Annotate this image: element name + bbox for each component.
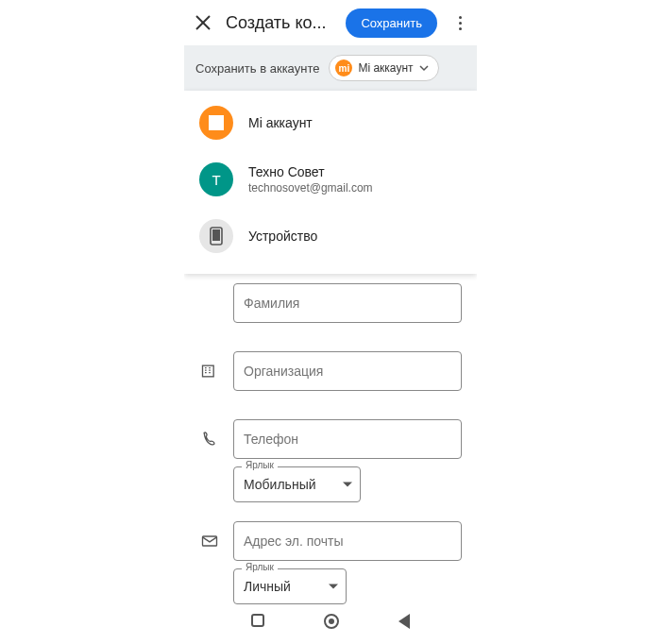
organization-icon: [199, 362, 220, 381]
dropdown-item-label: Техно Совет: [248, 164, 373, 179]
account-dropdown: Mi аккаунт T Техно Совет technosovet@gma…: [184, 91, 477, 274]
nav-home-icon[interactable]: [324, 614, 339, 629]
dropdown-item-device[interactable]: Устройство: [184, 208, 477, 264]
device-icon: [199, 219, 233, 253]
avatar: T: [199, 162, 233, 196]
lastname-input[interactable]: [233, 283, 462, 323]
page-title: Создать ко...: [222, 13, 338, 33]
account-bar-label: Сохранить в аккаунте: [195, 61, 319, 76]
nav-recent-icon[interactable]: [251, 614, 264, 627]
contact-form: Ярлык Мобильный Ярлык Личный: [184, 274, 477, 604]
account-chip[interactable]: mi Mi аккаунт: [329, 55, 438, 81]
select-label: Ярлык: [242, 460, 278, 470]
close-icon[interactable]: [192, 11, 214, 34]
mi-icon: mi: [335, 59, 352, 76]
svg-rect-3: [212, 229, 220, 241]
account-bar: Сохранить в аккаунте mi Mi аккаунт: [184, 45, 477, 91]
select-value: Мобильный: [244, 477, 316, 492]
email-icon: [199, 532, 220, 551]
caret-down-icon: [343, 483, 352, 487]
svg-rect-4: [203, 365, 214, 377]
select-value: Личный: [244, 579, 291, 594]
android-navbar: [184, 604, 477, 638]
dropdown-item-mi[interactable]: Mi аккаунт: [184, 94, 477, 151]
save-button[interactable]: Сохранить: [346, 8, 437, 38]
caret-down-icon: [329, 585, 338, 589]
account-chip-label: Mi аккаунт: [358, 61, 413, 75]
dropdown-item-label: Mi аккаунт: [248, 115, 313, 130]
chevron-down-icon: [419, 63, 429, 73]
nav-back-icon[interactable]: [398, 614, 410, 629]
phone-icon: [199, 430, 220, 449]
phone-input[interactable]: [233, 419, 462, 459]
email-input[interactable]: [233, 521, 462, 561]
svg-rect-11: [203, 536, 217, 546]
dropdown-item-label: Устройство: [248, 229, 317, 244]
mi-icon: [199, 106, 233, 140]
email-type-select[interactable]: Ярлык Личный: [233, 568, 347, 604]
select-label: Ярлык: [242, 562, 278, 572]
more-menu-icon[interactable]: [450, 13, 469, 32]
organization-input[interactable]: [233, 351, 462, 391]
dropdown-item-email: technosovet@gmail.com: [248, 181, 373, 195]
dropdown-item-google[interactable]: T Техно Совет technosovet@gmail.com: [184, 151, 477, 208]
phone-type-select[interactable]: Ярлык Мобильный: [233, 466, 361, 502]
